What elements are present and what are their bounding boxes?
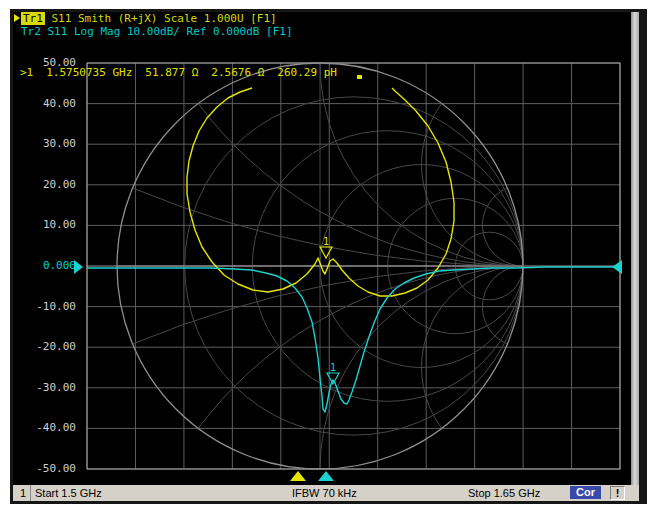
active-trace-arrow-icon bbox=[14, 14, 20, 22]
y-axis-label: -50.00 bbox=[24, 462, 76, 476]
trace2-settings: S11 Log Mag 10.00dB/ Ref 0.000dB [F1] bbox=[41, 25, 293, 38]
ifbw-value: IFBW 70 kHz bbox=[292, 485, 357, 501]
trace1-header[interactable]: Tr1 S11 Smith (R+jX) Scale 1.000U [F1] bbox=[14, 12, 277, 25]
right-bezel-strip bbox=[631, 12, 639, 485]
y-axis-label: 10.00 bbox=[24, 218, 76, 232]
trace1-settings: S11 Smith (R+jX) Scale 1.000U [F1] bbox=[45, 12, 277, 25]
y-axis-label: -10.00 bbox=[24, 300, 76, 314]
marker-readout-inductance: 260.29 pH bbox=[277, 66, 337, 79]
trace2-name[interactable]: Tr2 bbox=[21, 25, 41, 38]
stop-frequency: Stop 1.65 GHz bbox=[468, 485, 540, 501]
status-bar: 1 Start 1.5 GHz IFBW 70 kHz Stop 1.65 GH… bbox=[13, 485, 639, 501]
marker-readout-resistance: 51.877 Ω bbox=[145, 66, 198, 79]
y-axis-label: 40.00 bbox=[24, 97, 76, 111]
y-axis-label: -40.00 bbox=[24, 421, 76, 435]
start-frequency: Start 1.5 GHz bbox=[35, 485, 102, 501]
y-axis-reference-label: 0.000 bbox=[24, 259, 76, 273]
trace2-header[interactable]: Tr2 S11 Log Mag 10.00dB/ Ref 0.000dB [F1… bbox=[14, 25, 293, 38]
y-axis-label: 20.00 bbox=[24, 178, 76, 192]
screen bbox=[13, 12, 631, 485]
trace1-name[interactable]: Tr1 bbox=[21, 12, 45, 25]
vna-screenshot: { "traces_header": { "tr1": {"name": "Tr… bbox=[0, 0, 653, 522]
correction-badge: Cor bbox=[570, 486, 601, 499]
marker-readout-reactance: 2.5676 Ω bbox=[211, 66, 264, 79]
y-axis-label: -20.00 bbox=[24, 340, 76, 354]
y-axis-label: -30.00 bbox=[24, 381, 76, 395]
y-axis-label: 50.00 bbox=[24, 56, 76, 70]
channel-indicator: 1 bbox=[16, 485, 31, 501]
y-axis-label: 30.00 bbox=[24, 137, 76, 151]
warning-indicator: ! bbox=[610, 486, 625, 500]
